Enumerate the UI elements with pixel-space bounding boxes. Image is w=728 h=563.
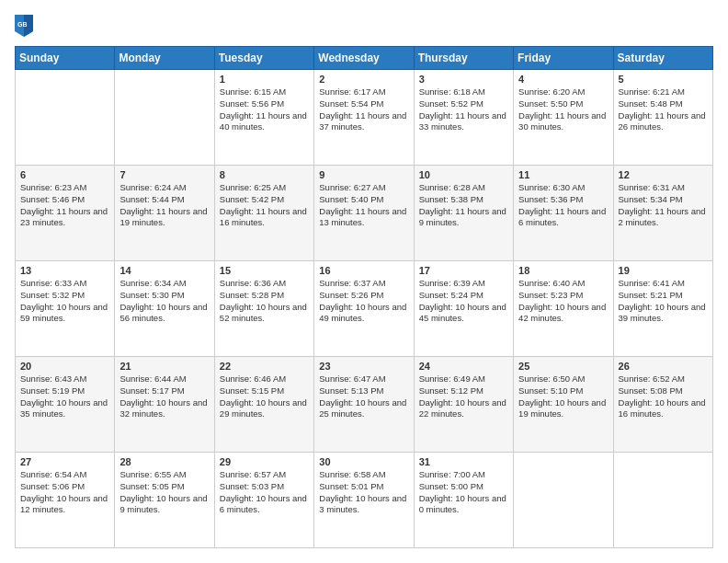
cell-text: Sunset: 5:42 PM — [220, 194, 309, 206]
cell-text: Sunrise: 6:17 AM — [319, 86, 408, 98]
cell-text: Sunset: 5:23 PM — [518, 290, 608, 302]
cell-text: Daylight: 11 hours and 23 minutes. — [20, 206, 109, 230]
day-number: 22 — [220, 361, 309, 372]
day-number: 2 — [319, 74, 408, 85]
cell-text: Sunset: 5:15 PM — [220, 385, 309, 397]
cell-text: Sunrise: 6:44 AM — [119, 373, 209, 385]
cell-text: Sunset: 5:44 PM — [119, 194, 209, 206]
calendar-cell: 8Sunrise: 6:25 AMSunset: 5:42 PMDaylight… — [214, 166, 313, 261]
cell-text: Daylight: 10 hours and 16 minutes. — [619, 397, 708, 421]
calendar-cell: 9Sunrise: 6:27 AMSunset: 5:40 PMDaylight… — [314, 166, 414, 261]
calendar-cell — [16, 70, 115, 166]
cell-text: Sunrise: 6:21 AM — [619, 86, 708, 98]
cell-text: Daylight: 10 hours and 52 minutes. — [220, 302, 309, 326]
day-number: 6 — [20, 169, 109, 180]
day-number: 17 — [419, 265, 508, 276]
cell-text: Sunset: 5:36 PM — [518, 194, 608, 206]
cell-text: Daylight: 11 hours and 26 minutes. — [619, 110, 708, 134]
cell-text: Daylight: 10 hours and 56 minutes. — [119, 302, 209, 326]
day-number: 13 — [20, 265, 109, 276]
cell-text: Sunrise: 6:18 AM — [419, 86, 508, 98]
cell-text: Sunrise: 6:34 AM — [119, 278, 209, 290]
cell-text: Sunset: 5:21 PM — [619, 290, 708, 302]
cell-text: Daylight: 10 hours and 32 minutes. — [119, 397, 209, 421]
calendar-cell: 11Sunrise: 6:30 AMSunset: 5:36 PMDayligh… — [514, 166, 613, 261]
cell-text: Sunrise: 7:00 AM — [419, 469, 508, 481]
cell-text: Sunrise: 6:49 AM — [419, 373, 508, 385]
cell-text: Sunrise: 6:39 AM — [419, 278, 508, 290]
cell-text: Sunrise: 6:54 AM — [20, 469, 109, 481]
day-number: 19 — [619, 265, 708, 276]
calendar-cell: 27Sunrise: 6:54 AMSunset: 5:06 PMDayligh… — [16, 453, 115, 548]
week-row-2: 6Sunrise: 6:23 AMSunset: 5:46 PMDaylight… — [16, 166, 713, 261]
cell-text: Daylight: 10 hours and 45 minutes. — [419, 302, 508, 326]
cell-text: Sunset: 5:40 PM — [319, 194, 408, 206]
day-number: 21 — [119, 361, 209, 372]
day-number: 1 — [220, 74, 309, 85]
header-day-monday: Monday — [115, 47, 214, 70]
cell-text: Sunrise: 6:28 AM — [419, 182, 508, 194]
cell-text: Daylight: 10 hours and 9 minutes. — [119, 493, 209, 517]
cell-text: Sunset: 5:46 PM — [20, 194, 109, 206]
cell-text: Sunrise: 6:58 AM — [319, 469, 408, 481]
cell-text: Daylight: 10 hours and 39 minutes. — [619, 302, 708, 326]
cell-text: Daylight: 11 hours and 37 minutes. — [319, 110, 408, 134]
cell-text: Daylight: 10 hours and 25 minutes. — [319, 397, 408, 421]
cell-text: Sunrise: 6:20 AM — [518, 86, 608, 98]
cell-text: Sunrise: 6:50 AM — [518, 373, 608, 385]
cell-text: Sunset: 5:32 PM — [20, 290, 109, 302]
calendar-table: SundayMondayTuesdayWednesdayThursdayFrid… — [15, 46, 713, 548]
week-row-5: 27Sunrise: 6:54 AMSunset: 5:06 PMDayligh… — [16, 453, 713, 548]
cell-text: Daylight: 10 hours and 12 minutes. — [20, 493, 109, 517]
header-day-tuesday: Tuesday — [214, 47, 313, 70]
cell-text: Daylight: 10 hours and 59 minutes. — [20, 302, 109, 326]
cell-text: Daylight: 10 hours and 35 minutes. — [20, 397, 109, 421]
cell-text: Sunset: 5:52 PM — [419, 98, 508, 110]
calendar-cell: 1Sunrise: 6:15 AMSunset: 5:56 PMDaylight… — [214, 70, 313, 166]
cell-text: Sunrise: 6:23 AM — [20, 182, 109, 194]
calendar-cell: 19Sunrise: 6:41 AMSunset: 5:21 PMDayligh… — [613, 261, 712, 357]
cell-text: Sunrise: 6:57 AM — [220, 469, 309, 481]
calendar-cell: 7Sunrise: 6:24 AMSunset: 5:44 PMDaylight… — [115, 166, 214, 261]
svg-text:GB: GB — [17, 21, 28, 28]
cell-text: Sunrise: 6:25 AM — [220, 182, 309, 194]
day-number: 28 — [119, 456, 209, 467]
cell-text: Sunrise: 6:40 AM — [518, 278, 608, 290]
day-number: 25 — [518, 361, 608, 372]
calendar-body: 1Sunrise: 6:15 AMSunset: 5:56 PMDaylight… — [16, 70, 713, 548]
cell-text: Sunrise: 6:15 AM — [220, 86, 309, 98]
cell-text: Sunrise: 6:30 AM — [518, 182, 608, 194]
cell-text: Sunset: 5:48 PM — [619, 98, 708, 110]
header-day-saturday: Saturday — [613, 47, 712, 70]
cell-text: Sunrise: 6:24 AM — [119, 182, 209, 194]
cell-text: Sunset: 5:12 PM — [419, 385, 508, 397]
cell-text: Sunrise: 6:27 AM — [319, 182, 408, 194]
cell-text: Sunset: 5:06 PM — [20, 481, 109, 493]
cell-text: Sunrise: 6:37 AM — [319, 278, 408, 290]
calendar-cell: 24Sunrise: 6:49 AMSunset: 5:12 PMDayligh… — [414, 357, 513, 453]
cell-text: Daylight: 10 hours and 6 minutes. — [220, 493, 309, 517]
cell-text: Daylight: 10 hours and 22 minutes. — [419, 397, 508, 421]
calendar-cell: 14Sunrise: 6:34 AMSunset: 5:30 PMDayligh… — [115, 261, 214, 357]
calendar-header-row: SundayMondayTuesdayWednesdayThursdayFrid… — [16, 47, 713, 70]
cell-text: Daylight: 11 hours and 9 minutes. — [419, 206, 508, 230]
calendar-cell — [613, 453, 712, 548]
header-day-friday: Friday — [514, 47, 613, 70]
day-number: 3 — [419, 74, 508, 85]
day-number: 23 — [319, 361, 408, 372]
calendar-cell: 23Sunrise: 6:47 AMSunset: 5:13 PMDayligh… — [314, 357, 414, 453]
day-number: 26 — [619, 361, 708, 372]
day-number: 29 — [220, 456, 309, 467]
cell-text: Sunset: 5:24 PM — [419, 290, 508, 302]
calendar-cell: 15Sunrise: 6:36 AMSunset: 5:28 PMDayligh… — [214, 261, 313, 357]
cell-text: Sunset: 5:30 PM — [119, 290, 209, 302]
cell-text: Sunrise: 6:46 AM — [220, 373, 309, 385]
calendar-cell: 4Sunrise: 6:20 AMSunset: 5:50 PMDaylight… — [514, 70, 613, 166]
header-day-wednesday: Wednesday — [314, 47, 414, 70]
calendar-cell: 5Sunrise: 6:21 AMSunset: 5:48 PMDaylight… — [613, 70, 712, 166]
logo-icon: GB — [15, 15, 33, 37]
calendar-cell: 16Sunrise: 6:37 AMSunset: 5:26 PMDayligh… — [314, 261, 414, 357]
cell-text: Sunset: 5:28 PM — [220, 290, 309, 302]
day-number: 20 — [20, 361, 109, 372]
cell-text: Sunrise: 6:55 AM — [119, 469, 209, 481]
